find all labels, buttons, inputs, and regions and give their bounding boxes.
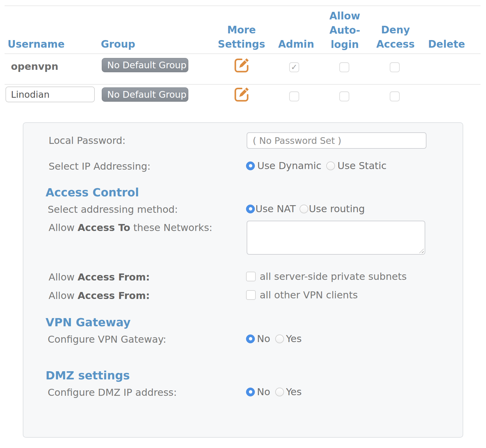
top-divider bbox=[5, 5, 481, 6]
vpn-gateway-heading: VPN Gateway bbox=[46, 316, 131, 329]
vpn-gateway-yes-radio[interactable] bbox=[275, 334, 284, 343]
use-routing-radio[interactable] bbox=[299, 205, 308, 213]
column-header-username: Username bbox=[8, 37, 65, 51]
vpn-gateway-yes-label: Yes bbox=[286, 333, 302, 344]
configure-vpn-gateway-label: Configure VPN Gateway: bbox=[48, 334, 166, 345]
access-to-networks-textarea[interactable] bbox=[247, 221, 425, 255]
use-routing-label: Use routing bbox=[309, 203, 365, 215]
access-to-networks-field bbox=[247, 221, 425, 255]
access-from-clients-label: Allow Access From: bbox=[49, 290, 150, 301]
access-from-subnets-option: all server-side private subnets bbox=[246, 271, 407, 282]
access-to-label: Allow Access To these Networks: bbox=[49, 222, 212, 233]
deny-access-checkbox[interactable] bbox=[390, 91, 400, 101]
addressing-method-label: Select addressing method: bbox=[48, 204, 178, 215]
use-dynamic-label: Use Dynamic bbox=[257, 160, 321, 171]
auto-login-checkbox[interactable] bbox=[339, 91, 349, 101]
vpn-clients-checkbox[interactable] bbox=[246, 290, 256, 300]
ip-addressing-radio-group: Use Dynamic Use Static bbox=[246, 160, 387, 171]
use-static-label: Use Static bbox=[337, 160, 386, 171]
private-subnets-label: all server-side private subnets bbox=[260, 271, 407, 282]
header-divider bbox=[5, 53, 481, 54]
column-header-admin: Admin bbox=[270, 37, 322, 51]
group-select[interactable]: No Default Group bbox=[102, 87, 188, 102]
configure-dmz-label: Configure DMZ IP address: bbox=[48, 387, 177, 398]
select-arrows-icon bbox=[188, 91, 193, 98]
private-subnets-checkbox[interactable] bbox=[246, 272, 256, 281]
user-settings-panel: Local Password: Select IP Addressing: Us… bbox=[23, 122, 463, 438]
vpn-gateway-no-radio[interactable] bbox=[246, 334, 255, 343]
column-header-delete: Delete bbox=[421, 37, 472, 51]
dmz-no-label: No bbox=[257, 386, 270, 398]
check-icon: ✓ bbox=[291, 63, 298, 71]
dmz-no-radio[interactable] bbox=[246, 388, 255, 396]
column-header-allow-auto-login: Allow Auto- login bbox=[320, 9, 369, 52]
local-password-label: Local Password: bbox=[49, 135, 125, 146]
access-from-subnets-label: Allow Access From: bbox=[49, 271, 150, 283]
use-nat-radio[interactable] bbox=[246, 205, 255, 213]
dmz-yes-label: Yes bbox=[286, 386, 302, 398]
deny-access-checkbox[interactable] bbox=[390, 62, 400, 72]
new-username-input[interactable] bbox=[5, 87, 95, 102]
auto-login-checkbox[interactable] bbox=[339, 62, 349, 72]
access-from-clients-option: all other VPN clients bbox=[246, 289, 358, 301]
admin-checkbox[interactable]: ✓ bbox=[289, 62, 299, 72]
user-permissions-page: Username Group More Settings Admin Allow… bbox=[0, 0, 486, 448]
local-password-input[interactable] bbox=[247, 132, 426, 149]
column-header-group: Group bbox=[101, 37, 135, 51]
group-select[interactable]: No Default Group bbox=[102, 58, 188, 72]
dmz-settings-heading: DMZ settings bbox=[46, 369, 130, 382]
access-control-heading: Access Control bbox=[46, 186, 139, 199]
vpn-gateway-radio-group: No Yes bbox=[246, 333, 302, 344]
column-header-deny-access: Deny Access bbox=[368, 23, 423, 51]
ip-addressing-label: Select IP Addressing: bbox=[49, 161, 151, 172]
admin-checkbox[interactable] bbox=[289, 91, 299, 101]
vpn-gateway-no-label: No bbox=[257, 333, 270, 344]
select-arrows-icon bbox=[188, 62, 193, 69]
dmz-radio-group: No Yes bbox=[246, 386, 302, 398]
dmz-yes-radio[interactable] bbox=[275, 388, 284, 396]
more-settings-edit-icon[interactable] bbox=[233, 86, 250, 104]
column-header-more-settings: More Settings bbox=[210, 23, 273, 51]
use-nat-label: Use NAT bbox=[255, 203, 296, 215]
use-static-radio[interactable] bbox=[326, 161, 335, 170]
vpn-clients-label: all other VPN clients bbox=[260, 289, 358, 301]
more-settings-edit-icon[interactable] bbox=[233, 57, 250, 74]
use-dynamic-radio[interactable] bbox=[246, 161, 255, 170]
username-text: openvpn bbox=[11, 61, 58, 72]
row-divider bbox=[5, 84, 481, 85]
addressing-method-radio-group: Use NAT Use routing bbox=[246, 203, 365, 215]
